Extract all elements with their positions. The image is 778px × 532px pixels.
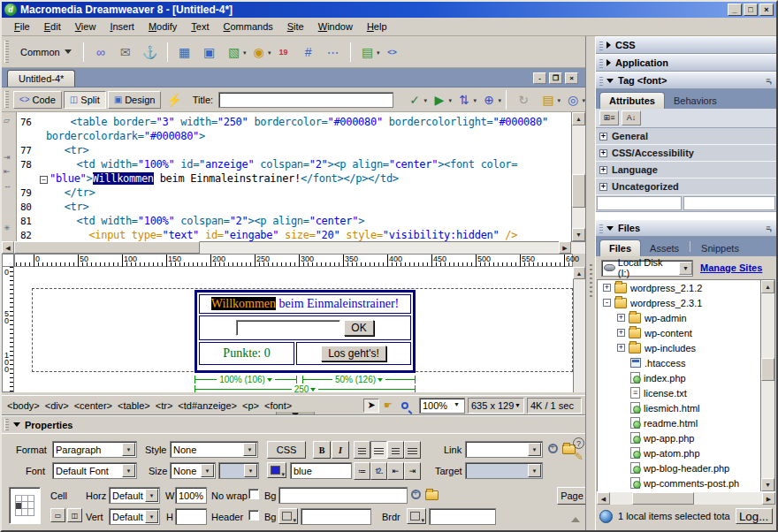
tag-panel-header[interactable]: Tag <font> ≡,: [596, 72, 776, 89]
panel-options-icon[interactable]: ≡,: [766, 224, 771, 232]
nowrap-checkbox[interactable]: [248, 489, 259, 499]
code-view-button[interactable]: <>Code: [13, 91, 62, 109]
doc-minimize-button[interactable]: -: [533, 72, 546, 84]
answer-input[interactable]: [236, 320, 340, 336]
split-view-button[interactable]: ◫Split: [64, 91, 106, 109]
toolbar-grip[interactable]: [4, 41, 9, 63]
scroll-down-icon[interactable]: ▼: [761, 478, 774, 491]
bg-image-field[interactable]: [278, 487, 408, 504]
design-view[interactable]: Willkommen beim Einmaleinstrainer! OK Pu…: [14, 267, 573, 392]
code-line[interactable]: bordercolordark="#000080">: [17, 130, 571, 144]
horz-dropdown[interactable]: Default: [109, 487, 160, 504]
ordered-list-button[interactable]: ⒓: [370, 462, 387, 480]
doc-close-button[interactable]: ×: [565, 72, 578, 84]
tree-item[interactable]: license.txt: [598, 385, 774, 400]
attribute-category-uncategorized[interactable]: +Uncategorized: [596, 179, 776, 195]
split-cell-button[interactable]: ◫: [67, 508, 82, 522]
tree-item[interactable]: +wp-content: [598, 325, 774, 340]
align-center-button[interactable]: [370, 441, 387, 459]
category-view-icon[interactable]: ⊞≡: [599, 110, 619, 125]
code-horizontal-scrollbar[interactable]: ◀ ▶: [2, 241, 585, 254]
templates-icon[interactable]: ▤: [357, 42, 378, 63]
menu-window[interactable]: Window: [311, 19, 360, 34]
magnification-dropdown[interactable]: 100%: [419, 398, 465, 414]
tag-selector-item[interactable]: <font>: [264, 400, 292, 411]
bg-color-swatch[interactable]: [278, 508, 298, 524]
table-cell-anzeige[interactable]: Willkommen beim Einmaleinstrainer!: [199, 294, 411, 314]
title-input[interactable]: [218, 92, 393, 108]
server-include-icon[interactable]: #: [298, 42, 319, 63]
tag-chooser-icon[interactable]: <>: [382, 42, 403, 63]
expand-icon[interactable]: +: [599, 166, 607, 174]
code-line[interactable]: 78 <td width="100%" id="anzeige" colspan…: [17, 158, 571, 172]
table-width-indicator[interactable]: 250: [194, 385, 416, 392]
zoom-tool[interactable]: [397, 399, 413, 413]
text-color-swatch[interactable]: [267, 462, 286, 478]
dock-splitter[interactable]: [585, 36, 596, 530]
tag-selector-item[interactable]: <tr>: [156, 400, 173, 411]
align-right-button[interactable]: [387, 441, 404, 459]
close-button[interactable]: ×: [759, 4, 774, 16]
tab-attributes[interactable]: Attributes: [599, 92, 665, 109]
doc-toolbar-grip[interactable]: [4, 91, 9, 108]
menu-insert[interactable]: Insert: [103, 19, 141, 34]
collapse-selection-icon[interactable]: ⇤: [4, 167, 11, 176]
expand-icon[interactable]: +: [617, 344, 625, 352]
images-icon[interactable]: ▧: [224, 42, 245, 63]
collapse-full-tag-icon[interactable]: ⇥: [4, 153, 11, 162]
tree-item[interactable]: +wp-includes: [598, 340, 774, 355]
border-color-swatch[interactable]: [407, 508, 426, 524]
hand-tool[interactable]: ☛: [380, 399, 396, 413]
manage-sites-link[interactable]: Manage Sites: [700, 262, 762, 273]
code-line[interactable]: 80 <tr>: [17, 201, 571, 215]
comment-icon[interactable]: ⋯: [323, 42, 344, 63]
tab-behaviors[interactable]: Behaviors: [665, 93, 726, 109]
code-line[interactable]: 77 <tr>: [17, 144, 571, 158]
ok-button[interactable]: OK: [344, 320, 373, 336]
tree-item[interactable]: -wordpress_2.3.1: [598, 295, 774, 310]
code-view[interactable]: ▱ ⇥ ⇤ ↔ ✳ 76 <table border="3" width="25…: [2, 112, 585, 241]
tag-selector-item[interactable]: <table>: [118, 400, 150, 411]
expand-icon[interactable]: +: [599, 149, 607, 157]
tab-assets[interactable]: Assets: [641, 240, 688, 256]
file-management-icon[interactable]: ⇅: [454, 89, 475, 110]
insert-category-dropdown[interactable]: Common: [13, 44, 79, 60]
scroll-left-icon[interactable]: ◀: [597, 492, 610, 505]
attribute-category-language[interactable]: +Language: [596, 162, 776, 179]
preview-debug-icon[interactable]: ▶: [429, 89, 450, 110]
format-dropdown[interactable]: Paragraph: [52, 441, 137, 458]
tree-vertical-scrollbar[interactable]: ▲ ▼: [760, 280, 774, 491]
tag-selector-item[interactable]: <body>: [7, 400, 40, 411]
menu-file[interactable]: File: [7, 19, 37, 34]
expander-arrow-icon[interactable]: [571, 517, 580, 522]
font-dropdown[interactable]: Default Font: [52, 462, 137, 479]
scroll-up-icon[interactable]: ▲: [572, 112, 585, 125]
page-properties-button[interactable]: Page: [557, 487, 587, 505]
scroll-thumb[interactable]: [632, 492, 694, 505]
expand-all-icon[interactable]: ↔: [4, 181, 11, 190]
site-dropdown[interactable]: Local Disk (I:): [601, 260, 693, 277]
scroll-right-icon[interactable]: ▶: [762, 492, 775, 505]
tree-item[interactable]: index.php: [598, 370, 774, 385]
menu-edit[interactable]: Edit: [37, 19, 68, 34]
window-size-dropdown[interactable]: 635 x 129▼: [468, 398, 524, 414]
expand-icon[interactable]: +: [599, 183, 607, 191]
style-dropdown[interactable]: None: [170, 441, 258, 458]
tree-item[interactable]: +wp-admin: [598, 310, 774, 325]
scroll-thumb[interactable]: [572, 174, 585, 208]
code-line[interactable]: −"blue">Willkommen beim Einmaleinstraine…: [17, 172, 571, 186]
minimize-button[interactable]: _: [728, 4, 742, 16]
indent-button[interactable]: ⇥: [404, 462, 421, 480]
email-link-icon[interactable]: ✉: [115, 42, 136, 63]
collapse-arrow-icon[interactable]: [13, 422, 20, 427]
tree-item[interactable]: readme.html: [598, 415, 774, 430]
align-justify-button[interactable]: [404, 441, 421, 459]
border-color-field[interactable]: [429, 508, 496, 525]
tree-item[interactable]: +wordpress_2.1.2: [598, 280, 774, 295]
los-gehts-button[interactable]: Los geht's!: [321, 346, 386, 361]
scroll-left-icon[interactable]: ◀: [2, 241, 14, 254]
menu-text[interactable]: Text: [184, 19, 216, 34]
visual-aids-icon[interactable]: ◎: [562, 89, 584, 110]
expand-icon[interactable]: -: [603, 299, 611, 307]
scroll-thumb[interactable]: [761, 358, 774, 381]
